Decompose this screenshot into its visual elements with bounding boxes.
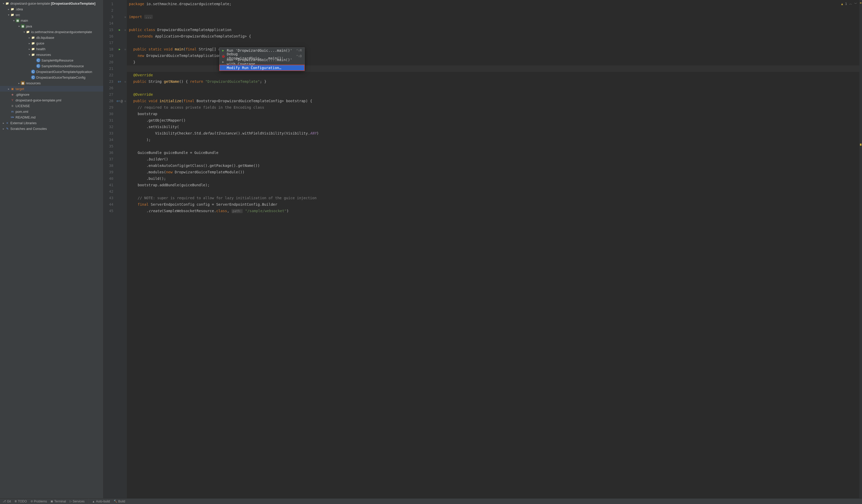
run-context-menu[interactable]: ▶Run 'DropwizardGuic....main()'⌃⇧R🐞Debug… [219,47,305,71]
menu-item-modify-run-configuration-[interactable]: Modify Run Configuration… [220,65,304,71]
tree-node-dropwizardguicetemplateconfig[interactable]: DropwizardGuiceTemplateConfig [0,75,103,80]
code-line-39[interactable]: .modules(new DropwizardGuiceTemplateModu… [127,169,862,175]
fold-column[interactable]: ⊞⊟⊟⊟⊟ [124,0,127,498]
tree-node-db-liquibase[interactable]: ▸db.liquibase [0,35,103,40]
code-line-45[interactable]: .create(SampleWebsocketResource.class, p… [127,208,862,214]
code-line-32[interactable]: .setVisibility( [127,124,862,130]
tree-twisty[interactable]: ▾ [2,2,5,5]
code-line-14[interactable] [127,20,862,27]
tree-node-io-sethmachine-dropwizardguicetemplate[interactable]: ▾io.sethmachine.dropwizardguicetemplate [0,29,103,35]
warning-count: 1 [845,2,847,6]
tree-twisty[interactable]: ▸ [27,36,31,39]
code-line-16[interactable]: extends Application<DropwizardGuiceTempl… [127,33,862,40]
tree-node-src[interactable]: ▾src [0,12,103,17]
tree-node-dropwizard-guice-template[interactable]: ▾dropwizard-guice-template [DropwizardGu… [0,1,103,6]
todo-tool-window-button[interactable]: ≣TODO [14,500,27,503]
editor-gutter: 1231415161718192021222326272829303132333… [104,0,127,498]
tree-twisty[interactable]: ▸ [17,82,21,84]
menu-item-icon: ▶ [221,60,225,64]
target-icon [10,87,14,91]
code-line-23[interactable]: public String getName() { return "Dropwi… [127,78,862,85]
tree-node-resources[interactable]: ▸resources [0,80,103,86]
tree-label: db.liquibase [36,36,54,40]
error-stripe[interactable] [859,0,862,498]
tree-twisty[interactable]: ▾ [7,13,10,16]
tree-node-target[interactable]: ▸target [0,86,103,92]
inspections-widget[interactable]: ▲ 1 ︿ ﹀ [841,2,857,6]
code-line-34[interactable]: ); [127,137,862,143]
code-line-26[interactable] [127,85,862,91]
code-editor[interactable]: 1231415161718192021222326272829303132333… [104,0,862,498]
code-line-35[interactable] [127,143,862,149]
code-line-31[interactable]: .getObjectMapper() [127,117,862,124]
tree-node-external-libraries[interactable]: ▸External Libraries [0,120,103,126]
build-tool-window-button[interactable]: 🔨Build [114,500,125,503]
tree-node--idea[interactable]: ▸.idea [0,6,103,12]
code-line-27[interactable]: @Override [127,91,862,98]
tree-node-samplewebsocketresource[interactable]: SampleWebsocketResource [0,63,103,69]
tree-twisty[interactable]: ▸ [7,8,10,11]
tree-twisty[interactable]: ▸ [27,42,31,45]
code-line-2[interactable] [127,7,862,14]
tree-node-dropwizardguicetemplateapplication[interactable]: DropwizardGuiceTemplateApplication [0,69,103,75]
code-line-40[interactable]: .build(); [127,175,862,182]
prev-highlight-icon[interactable]: ︿ [849,2,852,6]
override-gutter-icon[interactable]: o↑ [117,100,120,103]
tree-node--gitignore[interactable]: .gitignore [0,92,103,97]
tree-twisty[interactable]: ▸ [2,127,5,130]
code-line-22[interactable]: @Override [127,72,862,78]
code-line-17[interactable] [127,40,862,46]
tree-node-readme-md[interactable]: README.md [0,114,103,120]
code-line-30[interactable]: bootstrap [127,111,862,117]
code-line-36[interactable]: GuiceBundle guiceBundle = GuiceBundle [127,149,862,156]
code-line-37[interactable]: .builder() [127,156,862,162]
tree-twisty[interactable]: ▾ [22,30,26,34]
terminal-tool-window-button[interactable]: ▣Terminal [51,500,66,503]
code-line-44[interactable]: final ServerEndpointConfig config = Serv… [127,201,862,208]
tree-twisty[interactable]: ▾ [17,25,21,28]
code-line-1[interactable]: package io.sethmachine.dropwizardguicete… [127,1,862,7]
git-tool-window-button[interactable]: ⎇Git [3,500,11,503]
override-gutter-icon[interactable]: o↑ [118,80,121,83]
tree-node-main[interactable]: ▾main [0,17,103,23]
code-line-3[interactable]: import ... [127,14,862,20]
project-tree[interactable]: ▾dropwizard-guice-template [DropwizardGu… [0,0,104,498]
folder-icon [31,53,35,57]
run-gutter-icon[interactable]: ▶ [119,28,121,31]
tree-node-guice[interactable]: ▸guice [0,40,103,46]
code-line-38[interactable]: .enableAutoConfig(getClass().getPackage(… [127,162,862,169]
tree-twisty[interactable]: ▸ [27,48,31,51]
code-line-15[interactable]: public class DropwizardGuiceTemplateAppl… [127,27,862,33]
tree-node-java[interactable]: ▾java [0,23,103,29]
problems-tool-window-button[interactable]: ⊘Problems [30,500,47,503]
code-line-43[interactable]: // NOTE: super is required to allow for … [127,195,862,201]
gutter-icons[interactable]: ▶▶o↑o↑@ [116,0,124,498]
tree-twisty[interactable]: ▾ [12,19,15,22]
services-tool-window-button[interactable]: ▷Services [70,500,84,503]
code-line-33[interactable]: VisibilityChecker.Std.defaultInstance().… [127,130,862,137]
menu-item-shortcut: ⌃⇧R [296,49,302,52]
tree-node-scratches-and-consoles[interactable]: ▸Scratches and Consoles [0,126,103,131]
tree-node-health[interactable]: ▸health [0,46,103,52]
tree-node-samplehttpresource[interactable]: SampleHttpResource [0,57,103,63]
tree-label: DropwizardGuiceTemplateApplication [36,70,92,74]
tree-label: LICENSE [15,104,30,108]
code-line-42[interactable] [127,188,862,195]
menu-item-run-dropwizardguic-main-with-coverage[interactable]: ▶Run 'DropwizardGuic....main()' with Cov… [220,59,304,65]
code-line-28[interactable]: public void initialize(final Bootstrap<D… [127,98,862,104]
run-gutter-icon[interactable]: ▶ [119,48,121,51]
tree-label: dropwizard-guice-template.yml [15,98,61,102]
next-highlight-icon[interactable]: ﹀ [854,2,857,6]
code-line-41[interactable]: bootstrap.addBundle(guiceBundle); [127,182,862,188]
tree-node-pom-xml[interactable]: pom.xml [0,109,103,114]
tree-node-dropwizard-guice-template-yml[interactable]: dropwizard-guice-template.yml [0,97,103,103]
tree-twisty[interactable]: ▸ [7,88,10,90]
tree-label: SampleHttpResource [41,58,74,62]
tree-twisty[interactable]: ▾ [27,53,31,56]
code-line-29[interactable]: // required to access private fields in … [127,104,862,111]
tree-node-license[interactable]: LICENSE [0,103,103,109]
tree-twisty[interactable]: ▸ [2,122,5,124]
autobuild-tool-window-button[interactable]: ▲Auto-build [92,500,110,503]
code-area[interactable]: package io.sethmachine.dropwizardguicete… [127,0,862,498]
tree-node-resources[interactable]: ▾resources [0,52,103,57]
